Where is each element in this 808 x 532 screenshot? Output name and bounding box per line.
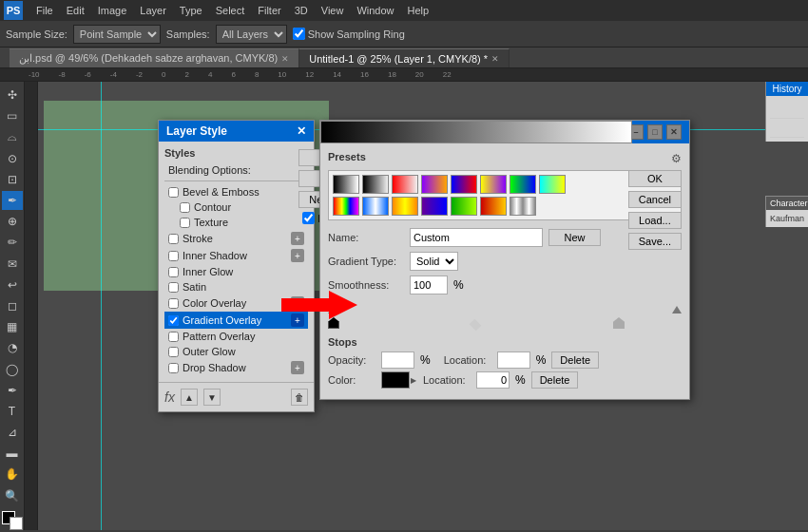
tab-file2[interactable]: Untitled-1 @ 25% (Layer 1, CMYK/8) * ✕ [299, 48, 510, 67]
gradient-tool[interactable]: ▦ [2, 317, 23, 336]
inner-glow-checkbox[interactable] [168, 267, 179, 277]
opacity-delete-button[interactable]: Delete [551, 352, 599, 369]
texture-checkbox[interactable] [180, 218, 190, 228]
preset-swatch-gb[interactable] [510, 175, 536, 194]
drop-shadow-item[interactable]: Drop Shadow + [164, 359, 308, 376]
quick-select-tool[interactable]: ⊙ [2, 149, 23, 168]
gradient-type-select[interactable]: Solid [410, 252, 458, 271]
preset-swatch-yv[interactable] [480, 175, 507, 194]
texture-item[interactable]: Texture [164, 215, 308, 230]
color-chips[interactable] [2, 511, 23, 530]
preset-swatch-vo[interactable] [421, 175, 448, 194]
crop-tool[interactable]: ⊡ [2, 170, 23, 189]
preset-swatch-bt[interactable] [362, 175, 389, 194]
menu-layer[interactable]: Layer [134, 3, 172, 18]
shape-tool[interactable]: ▬ [2, 444, 23, 463]
dodge-tool[interactable]: ◯ [2, 359, 23, 378]
history-item[interactable] [770, 100, 804, 119]
preset-swatch-bwb[interactable] [362, 197, 389, 216]
inner-shadow-add-icon[interactable]: + [291, 249, 304, 262]
background-color[interactable] [10, 517, 23, 530]
inner-glow-item[interactable]: Inner Glow [164, 264, 308, 279]
color-delete-button[interactable]: Delete [531, 371, 579, 389]
preset-swatch-bw[interactable] [333, 175, 359, 194]
gradient-overlay-item[interactable]: Gradient Overlay + [164, 312, 308, 329]
stroke-checkbox[interactable] [168, 234, 179, 244]
tab-file1[interactable]: ابن.psd @ 49/6% (Dehkadeh sabze arghavan… [10, 48, 299, 67]
close-tab2-icon[interactable]: ✕ [491, 54, 499, 64]
menu-image[interactable]: Image [92, 3, 133, 18]
ls-delete-button[interactable]: 🗑 [291, 389, 308, 406]
pen-tool[interactable]: ✒ [2, 381, 23, 400]
preset-swatch-ry[interactable] [480, 197, 507, 216]
hand-tool[interactable]: ✋ [2, 465, 23, 484]
color-overlay-add-icon[interactable]: + [291, 296, 304, 310]
clone-stamp-tool[interactable]: ✉ [2, 255, 23, 274]
inner-shadow-item[interactable]: Inner Shadow + [164, 247, 308, 264]
healing-brush-tool[interactable]: ⊕ [2, 212, 23, 231]
color-location-input[interactable] [476, 371, 510, 389]
ls-move-down-button[interactable]: ▼ [203, 389, 221, 406]
outer-glow-item[interactable]: Outer Glow [164, 344, 308, 359]
pattern-overlay-checkbox[interactable] [168, 332, 179, 342]
eraser-tool[interactable]: ◻ [2, 296, 23, 315]
bevel-emboss-checkbox[interactable] [168, 187, 179, 198]
gradient-overlay-checkbox[interactable] [168, 315, 179, 326]
close-tab1-icon[interactable]: ✕ [281, 54, 289, 64]
lasso-tool[interactable]: ⌓ [2, 127, 23, 146]
blending-options-item[interactable]: Blending Options: [164, 162, 308, 178]
presets-gear-icon[interactable]: ⚙ [671, 152, 682, 165]
preset-swatch-rainbow[interactable] [333, 197, 359, 216]
samples-select[interactable]: All Layers [216, 25, 287, 44]
gradient-overlay-add-icon[interactable]: + [291, 314, 304, 327]
sample-size-select[interactable]: Point Sample [73, 25, 161, 44]
show-sampling-ring-label[interactable]: Show Sampling Ring [293, 28, 405, 40]
menu-edit[interactable]: Edit [61, 3, 90, 18]
brush-tool[interactable]: ✏ [2, 233, 23, 252]
opacity-value-input[interactable] [381, 352, 414, 369]
menu-filter[interactable]: Filter [252, 3, 286, 18]
preset-swatch-rt[interactable] [392, 175, 418, 194]
name-input[interactable] [410, 228, 543, 247]
color-overlay-checkbox[interactable] [168, 298, 179, 309]
midpoint-diamond[interactable] [469, 319, 481, 332]
ls-preview-checkbox[interactable] [302, 212, 315, 224]
smoothness-input[interactable] [410, 276, 448, 294]
satin-item[interactable]: Satin [164, 279, 308, 294]
eyedropper-tool active[interactable]: ✒ [2, 191, 23, 210]
ge-cancel-button[interactable]: Cancel [628, 191, 682, 208]
ls-move-up-button[interactable]: ▲ [181, 389, 198, 406]
preset-swatch-cy[interactable] [539, 175, 566, 194]
color-stop-right[interactable] [613, 317, 625, 329]
drop-shadow-add-icon[interactable]: + [291, 361, 304, 374]
ge-load-button[interactable]: Load... [628, 212, 682, 229]
opacity-stop-right[interactable] [672, 304, 682, 314]
color-stop-left[interactable] [328, 317, 339, 329]
menu-view[interactable]: View [316, 3, 350, 18]
menu-3d[interactable]: 3D [289, 3, 314, 18]
opacity-stop-left[interactable] [328, 304, 337, 314]
inner-shadow-checkbox[interactable] [168, 251, 179, 261]
preset-swatch-oy[interactable] [392, 197, 418, 216]
menu-help[interactable]: Help [402, 3, 435, 18]
gradient-bar[interactable] [320, 121, 632, 143]
contour-checkbox[interactable] [180, 202, 190, 213]
stroke-add-icon[interactable]: + [291, 232, 304, 245]
drop-shadow-checkbox[interactable] [168, 363, 179, 373]
preset-swatch-br[interactable] [451, 175, 477, 194]
preset-swatch-chrome[interactable] [510, 197, 536, 216]
menu-type[interactable]: Type [174, 3, 208, 18]
history-brush-tool[interactable]: ↩ [2, 276, 23, 294]
marquee-tool[interactable]: ▭ [2, 106, 23, 125]
blur-tool[interactable]: ◔ [2, 338, 23, 357]
menu-file[interactable]: File [30, 3, 59, 18]
close-layer-style-icon[interactable]: ✕ [297, 124, 306, 138]
close-button[interactable]: ✕ [666, 124, 682, 140]
color-overlay-item[interactable]: Color Overlay + [164, 294, 308, 312]
menu-select[interactable]: Select [210, 3, 251, 18]
contour-item[interactable]: Contour [164, 200, 308, 215]
zoom-tool[interactable]: 🔍 [2, 486, 23, 505]
pattern-overlay-item[interactable]: Pattern Overlay [164, 329, 308, 344]
opacity-location-input[interactable] [497, 352, 530, 369]
stroke-item[interactable]: Stroke + [164, 230, 308, 247]
